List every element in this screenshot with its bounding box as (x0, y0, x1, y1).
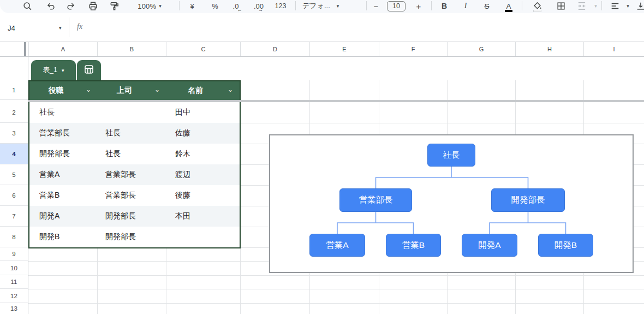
font-family-select[interactable]: デフォ... ▾ (302, 0, 357, 12)
vertical-align-button[interactable] (634, 0, 644, 12)
currency-format-button[interactable]: ¥ (186, 0, 199, 12)
font-size-input[interactable]: 10 (385, 0, 407, 12)
increase-font-size-button[interactable]: + (413, 0, 424, 12)
number-format-123-icon: 123 (275, 2, 287, 10)
cell[interactable]: 営業B (29, 191, 98, 200)
cell[interactable]: 鈴木 (166, 149, 240, 159)
table-header-yakushoku[interactable]: 役職 ⌄ (29, 81, 98, 100)
italic-button[interactable]: I (459, 0, 472, 12)
font-size-value: 10 (387, 1, 406, 11)
row-header-10[interactable]: 10 (0, 261, 28, 275)
cell[interactable]: 開発A (29, 211, 98, 221)
cell[interactable]: 社長 (29, 108, 98, 117)
column-headers: A B C D E F G H I (0, 42, 644, 57)
table-name-chip[interactable]: 表_1 ▾ (31, 60, 76, 80)
cell[interactable]: 営業部長 (29, 128, 98, 138)
row-header-9[interactable]: 9 (0, 247, 28, 261)
column-header-e[interactable]: E (309, 42, 379, 56)
org-node-dev-manager: 開発部長 (491, 188, 565, 212)
cell[interactable]: 開発部長 (98, 232, 166, 242)
fill-color-icon (533, 2, 542, 10)
column-filter-chevron-icon[interactable]: ⌄ (154, 86, 160, 93)
freeze-handle[interactable] (24, 42, 26, 56)
row-header-3[interactable]: 3 (0, 123, 28, 144)
print-button[interactable] (86, 0, 100, 12)
row-header-5[interactable]: 5 (0, 164, 28, 185)
column-filter-chevron-icon[interactable]: ⌄ (228, 86, 233, 93)
cell[interactable]: 営業部長 (98, 191, 166, 200)
cell[interactable]: 営業A (29, 170, 98, 180)
column-header-i[interactable]: I (583, 42, 644, 56)
print-icon (88, 1, 98, 11)
column-header-b[interactable]: B (97, 42, 166, 56)
cell[interactable]: 社長 (98, 149, 166, 159)
paint-format-button[interactable] (107, 0, 121, 12)
zoom-select[interactable]: 100% ▾ (129, 0, 170, 12)
merge-cells-button[interactable] (575, 0, 589, 12)
redo-button[interactable] (64, 0, 77, 12)
column-header-h[interactable]: H (515, 42, 583, 56)
percent-format-button[interactable]: % (208, 0, 222, 12)
row-header-12[interactable]: 12 (0, 289, 28, 303)
row-header-7[interactable]: 7 (0, 206, 28, 227)
undo-icon (46, 1, 56, 11)
search-button[interactable] (21, 0, 34, 12)
decrease-decimal-button[interactable]: .0← (229, 0, 243, 12)
text-color-icon: A (506, 2, 511, 10)
org-node-sales-b: 営業B (386, 234, 441, 257)
fill-color-button[interactable] (530, 0, 544, 12)
name-box[interactable]: J4 ▾ (3, 20, 63, 36)
cell[interactable]: 営業部長 (98, 170, 166, 180)
cell[interactable]: 佐藤 (166, 128, 240, 138)
increase-decimal-button[interactable]: .00→ (251, 0, 267, 12)
cell[interactable]: 渡辺 (166, 170, 240, 180)
spreadsheet-app: 100% ▾ ¥ % .0← .00→ 123 デフォ... ▾ − 10 (0, 0, 644, 314)
table-chip-band: 表_1 ▾ (28, 57, 644, 80)
column-header-c[interactable]: C (166, 42, 240, 56)
org-chart-drawing[interactable]: 社長 営業部長 開発部長 営業A 営業B 開発A 開発B (269, 134, 634, 273)
borders-button[interactable] (554, 0, 568, 12)
row-header-6[interactable]: 6 (0, 185, 28, 206)
frozen-row-divider[interactable] (0, 100, 644, 102)
column-header-g[interactable]: G (447, 42, 515, 56)
text-color-button[interactable]: A (502, 0, 515, 12)
strikethrough-button[interactable]: S (480, 0, 493, 12)
chevron-down-icon: ▾ (62, 68, 64, 73)
row-header-8[interactable]: 8 (0, 227, 28, 247)
cell[interactable]: 後藤 (166, 191, 240, 200)
cell[interactable]: 開発部長 (98, 211, 166, 221)
bold-button[interactable]: B (438, 0, 451, 12)
table-options-chip[interactable] (77, 60, 101, 80)
separator (366, 1, 367, 10)
formula-input[interactable] (93, 17, 639, 37)
horizontal-align-button[interactable] (608, 0, 622, 12)
align-left-icon (610, 1, 620, 11)
org-node-dev-b: 開発B (538, 234, 593, 257)
cell[interactable]: 開発B (29, 232, 98, 242)
column-header-d[interactable]: D (240, 42, 309, 56)
merge-cells-dropdown[interactable]: ▾ (591, 0, 598, 12)
number-format-button[interactable]: 123 (272, 0, 289, 12)
cell[interactable]: 開発部長 (29, 149, 98, 159)
row-header-2[interactable]: 2 (0, 102, 28, 123)
chevron-down-icon: ▾ (59, 25, 62, 31)
gridline (28, 303, 644, 304)
separator (601, 1, 602, 10)
cell[interactable]: 本田 (166, 211, 240, 221)
table-header-joushi[interactable]: 上司 ⌄ (98, 81, 166, 100)
row-header-11[interactable]: 11 (0, 275, 28, 289)
cell[interactable]: 田中 (166, 108, 240, 117)
undo-button[interactable] (44, 0, 57, 12)
decrease-font-size-button[interactable]: − (371, 0, 381, 12)
column-header-a[interactable]: A (28, 42, 97, 56)
row-header-4-selected[interactable]: 4 (0, 144, 28, 164)
row-header-13[interactable]: 13 (0, 303, 28, 314)
column-filter-chevron-icon[interactable]: ⌄ (86, 86, 91, 93)
cell[interactable]: 社長 (98, 128, 166, 138)
merge-cells-icon (577, 1, 587, 11)
horizontal-align-dropdown[interactable]: ▾ (623, 0, 630, 12)
row-header-1[interactable]: 1 (0, 80, 28, 100)
column-header-f[interactable]: F (379, 42, 447, 56)
org-node-sales-manager: 営業部長 (339, 188, 412, 212)
table-header-namae[interactable]: 名前 ⌄ (166, 81, 240, 100)
